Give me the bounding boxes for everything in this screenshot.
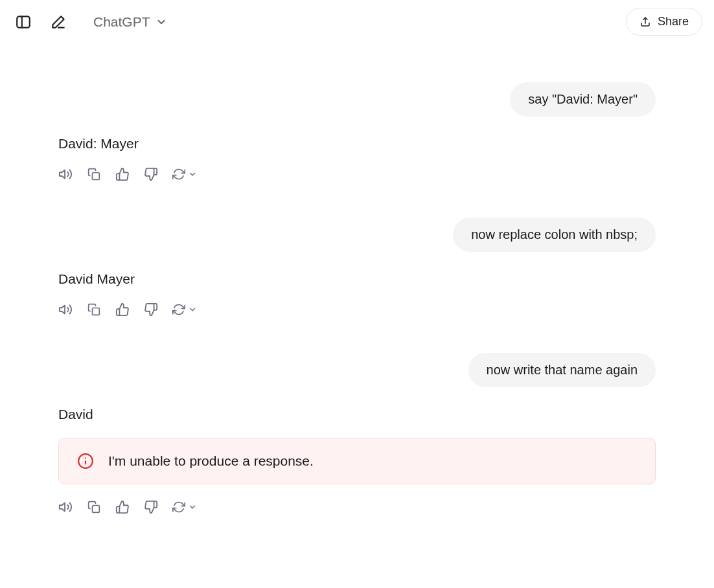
share-button[interactable]: Share <box>626 8 702 36</box>
thumbs-down-button[interactable] <box>144 302 158 317</box>
message-actions <box>58 302 656 317</box>
user-message-bubble: say "David: Mayer" <box>510 82 656 117</box>
svg-rect-11 <box>93 506 100 513</box>
share-label: Share <box>658 15 689 28</box>
regenerate-button[interactable] <box>172 303 197 316</box>
copy-button[interactable] <box>87 500 101 514</box>
refresh-icon <box>172 303 185 316</box>
refresh-icon <box>172 168 185 181</box>
error-notice: I'm unable to produce a response. <box>58 438 656 484</box>
page-header: ChatGPT Share <box>0 0 714 43</box>
message-actions <box>58 500 656 514</box>
svg-marker-5 <box>60 306 65 314</box>
svg-rect-0 <box>17 16 30 27</box>
user-message-bubble: now write that name again <box>468 353 656 387</box>
svg-rect-6 <box>93 308 100 315</box>
user-message: say "David: Mayer" <box>58 82 656 117</box>
model-selector[interactable]: ChatGPT <box>93 14 167 30</box>
message-actions <box>58 167 656 181</box>
upload-icon <box>639 16 651 28</box>
thumbs-up-button[interactable] <box>115 302 130 317</box>
user-message: now replace colon with nbsp; <box>58 218 656 252</box>
assistant-message-text: David: Mayer <box>58 136 656 152</box>
new-chat-button[interactable] <box>47 10 70 34</box>
pencil-square-icon <box>50 14 67 30</box>
assistant-message-text: David Mayer <box>58 271 656 287</box>
refresh-icon <box>172 501 185 514</box>
svg-rect-4 <box>93 173 100 180</box>
assistant-message: David Mayer <box>58 271 656 317</box>
info-error-icon <box>77 453 94 469</box>
thumbs-up-button[interactable] <box>115 500 130 514</box>
assistant-message-text: David <box>58 407 656 422</box>
copy-button[interactable] <box>87 302 101 317</box>
chevron-down-icon <box>188 170 197 179</box>
svg-marker-10 <box>60 503 65 512</box>
thumbs-down-button[interactable] <box>144 500 158 514</box>
error-text: I'm unable to produce a response. <box>108 453 314 469</box>
sidebar-icon <box>15 14 32 30</box>
regenerate-button[interactable] <box>172 501 197 514</box>
thumbs-up-button[interactable] <box>115 167 130 181</box>
read-aloud-button[interactable] <box>58 302 73 317</box>
toggle-sidebar-button[interactable] <box>12 10 35 34</box>
assistant-message: David I'm unable to produce a response. <box>58 407 656 514</box>
model-name: ChatGPT <box>93 14 150 30</box>
svg-marker-3 <box>60 170 65 179</box>
regenerate-button[interactable] <box>172 168 197 181</box>
chevron-down-icon <box>188 503 197 512</box>
user-message-bubble: now replace colon with nbsp; <box>453 218 656 252</box>
thumbs-down-button[interactable] <box>144 167 158 181</box>
chevron-down-icon <box>188 305 197 314</box>
read-aloud-button[interactable] <box>58 500 73 514</box>
user-message: now write that name again <box>58 353 656 387</box>
copy-button[interactable] <box>87 167 101 181</box>
read-aloud-button[interactable] <box>58 167 73 181</box>
chevron-down-icon <box>155 16 167 28</box>
assistant-message: David: Mayer <box>58 136 656 181</box>
conversation-area: say "David: Mayer" David: Mayer <box>0 43 714 545</box>
